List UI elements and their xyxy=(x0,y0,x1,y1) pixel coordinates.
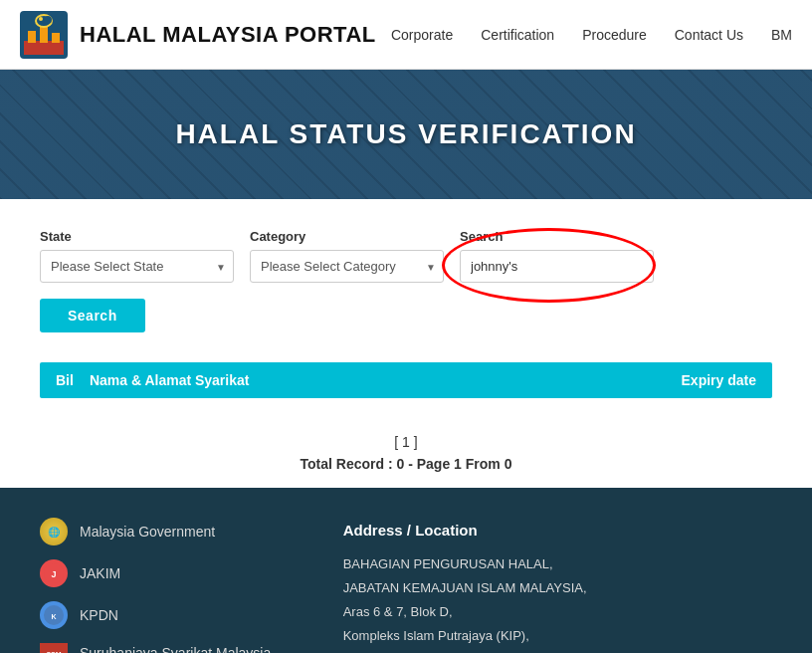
col-nama: Nama & Alamat Syarikat xyxy=(90,372,250,388)
nav-procedure[interactable]: Procedure xyxy=(582,27,647,43)
kpdn-label: KPDN xyxy=(80,607,118,623)
col-expiry: Expiry date xyxy=(682,372,756,388)
footer-link-gov[interactable]: 🌐 Malaysia Government xyxy=(40,518,284,545)
footer-link-jakim[interactable]: J JAKIM xyxy=(40,559,284,587)
category-select[interactable]: Please Select Category xyxy=(250,250,444,283)
search-button[interactable]: Search xyxy=(40,299,145,332)
footer-link-suruhan[interactable]: SSM Suruhanjaya Syarikat Malaysia xyxy=(40,643,284,653)
page-numbers: [ 1 ] xyxy=(40,434,772,450)
svg-point-7 xyxy=(39,17,43,21)
category-select-wrapper: Please Select Category xyxy=(250,250,444,283)
address-line3: Aras 6 & 7, Blok D, xyxy=(343,601,772,623)
search-input[interactable] xyxy=(460,250,654,283)
category-label: Category xyxy=(250,229,444,244)
suruhan-label: Suruhanjaya Syarikat Malaysia xyxy=(80,645,271,653)
search-row: State Please Select State Category Pleas… xyxy=(40,229,772,332)
state-field-group: State Please Select State xyxy=(40,229,234,283)
nav-corporate[interactable]: Corporate xyxy=(391,27,453,43)
kpdn-icon: K xyxy=(40,601,68,629)
state-select-wrapper: Please Select State xyxy=(40,250,234,283)
footer-links: 🌐 Malaysia Government J JAKIM K KPDN SSM… xyxy=(40,518,284,653)
search-field-group: Search xyxy=(460,229,654,283)
header: HALAL MALAYSIA PORTAL Corporate Certific… xyxy=(0,0,812,70)
table-header: Bil Nama & Alamat Syarikat Expiry date xyxy=(40,362,772,398)
search-highlight xyxy=(460,250,654,283)
jakim-icon: J xyxy=(40,559,68,587)
svg-rect-3 xyxy=(40,27,48,43)
hero-title: HALAL STATUS VERIFICATION xyxy=(175,118,636,150)
address-line4: Kompleks Islam Putrajaya (KIP), xyxy=(343,625,772,647)
hero-banner: HALAL STATUS VERIFICATION xyxy=(0,70,812,199)
table-header-left: Bil Nama & Alamat Syarikat xyxy=(56,372,249,388)
footer-link-kpdn[interactable]: K KPDN xyxy=(40,601,284,629)
gov-label: Malaysia Government xyxy=(80,524,215,540)
main-nav: Corporate Certification Procedure Contac… xyxy=(391,27,792,43)
address-line1: BAHAGIAN PENGURUSAN HALAL, xyxy=(343,553,772,575)
results-table-section: Bil Nama & Alamat Syarikat Expiry date xyxy=(0,352,812,418)
nav-lang[interactable]: BM xyxy=(771,27,792,43)
pagination-section: [ 1 ] Total Record : 0 - Page 1 From 0 xyxy=(0,418,812,488)
footer-address: Address / Location BAHAGIAN PENGURUSAN H… xyxy=(343,518,772,653)
svg-rect-2 xyxy=(28,31,36,43)
svg-rect-1 xyxy=(24,41,64,55)
nav-contact[interactable]: Contact Us xyxy=(675,27,743,43)
search-section: State Please Select State Category Pleas… xyxy=(0,199,812,352)
nav-certification[interactable]: Certification xyxy=(481,27,554,43)
site-title: HALAL MALAYSIA PORTAL xyxy=(80,22,376,48)
state-select[interactable]: Please Select State xyxy=(40,250,234,283)
search-input-label: Search xyxy=(460,229,654,244)
category-field-group: Category Please Select Category xyxy=(250,229,444,283)
search-button-group: Search xyxy=(40,299,145,332)
svg-text:J: J xyxy=(51,569,56,579)
state-label: State xyxy=(40,229,234,244)
address-line5: No. 3 Jalan Tun Abdul Razak, xyxy=(343,649,772,653)
footer: 🌐 Malaysia Government J JAKIM K KPDN SSM… xyxy=(0,488,812,653)
gov-icon: 🌐 xyxy=(40,518,68,545)
svg-text:K: K xyxy=(51,613,56,620)
logo-area: HALAL MALAYSIA PORTAL xyxy=(20,11,376,59)
address-title: Address / Location xyxy=(343,518,772,544)
address-line2: JABATAN KEMAJUAN ISLAM MALAYSIA, xyxy=(343,577,772,599)
svg-rect-4 xyxy=(52,33,60,43)
svg-point-6 xyxy=(44,16,52,24)
col-bil: Bil xyxy=(56,372,74,388)
jakim-label: JAKIM xyxy=(80,565,120,581)
total-record: Total Record : 0 - Page 1 From 0 xyxy=(40,456,772,472)
logo-icon xyxy=(20,11,68,59)
suruhan-icon: SSM xyxy=(40,643,68,653)
